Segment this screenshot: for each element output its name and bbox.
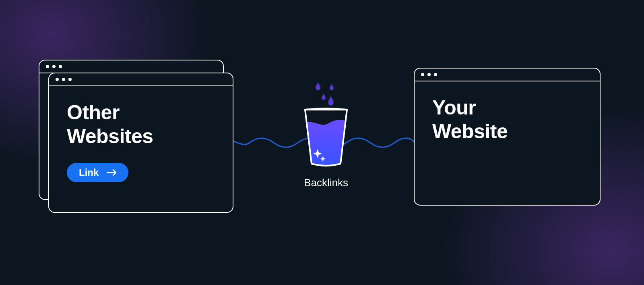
traffic-light-dot xyxy=(427,73,431,76)
traffic-light-dot xyxy=(46,65,49,68)
traffic-light-dot xyxy=(434,73,437,76)
traffic-light-dot xyxy=(62,78,65,81)
link-button[interactable]: Link xyxy=(67,163,128,182)
other-websites-heading: Other Websites xyxy=(67,101,215,148)
browser-window-your-website: Your Website xyxy=(414,68,601,206)
titlebar xyxy=(415,69,600,81)
backlinks-cup-icon xyxy=(300,107,352,168)
traffic-light-dot xyxy=(56,78,59,81)
traffic-light-dot xyxy=(68,78,72,81)
titlebar xyxy=(39,60,223,73)
traffic-light-dot xyxy=(59,65,62,68)
backlinks-illustration: Backlinks xyxy=(290,80,362,189)
traffic-light-dot xyxy=(421,73,424,76)
your-website-heading: Your Website xyxy=(432,96,582,144)
titlebar xyxy=(49,73,233,86)
link-button-label: Link xyxy=(79,167,99,178)
arrow-right-icon xyxy=(107,169,117,176)
browser-window-other-websites: Other Websites Link xyxy=(48,73,233,213)
traffic-light-dot xyxy=(52,65,56,68)
water-drops-icon xyxy=(307,80,345,106)
backlinks-label: Backlinks xyxy=(290,177,362,189)
